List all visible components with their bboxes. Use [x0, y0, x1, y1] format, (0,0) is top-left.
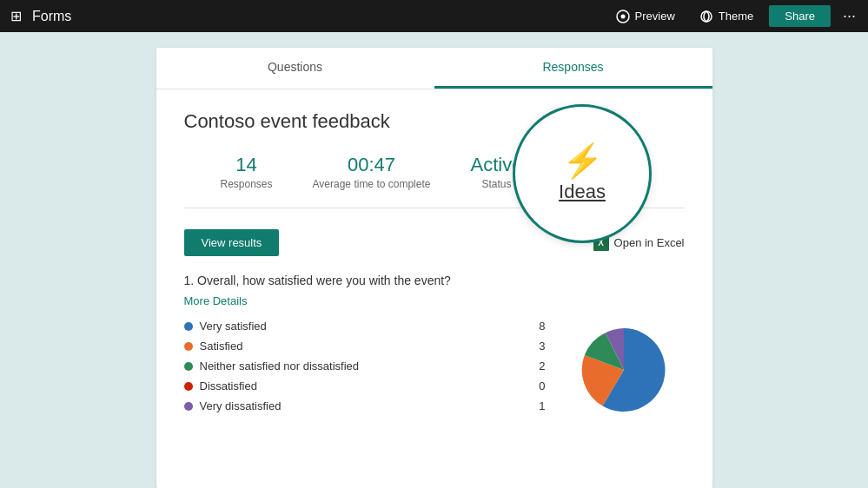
count-very-dissatisfied: 1 [532, 399, 546, 412]
responses-label: Responses [184, 178, 309, 190]
count-satisfied: 3 [532, 340, 546, 353]
grid-icon[interactable]: ⊞ [7, 4, 25, 28]
excel-icon: X [593, 235, 609, 251]
responses-chart: Very satisfied 8 Satisfied 3 [184, 320, 685, 419]
label-very-satisfied: Very satisfied [200, 320, 267, 333]
avg-time-value: 00:47 [309, 154, 434, 176]
form-card: Questions Responses Contoso event feedba… [156, 48, 712, 488]
form-title: Contoso event feedback [184, 110, 685, 133]
tabs: Questions Responses [156, 48, 712, 89]
legend-item-dissatisfied: Dissatisfied 0 [184, 379, 546, 392]
more-button[interactable]: ··· [838, 7, 861, 25]
label-neither: Neither satisfied nor dissatisfied [200, 359, 360, 373]
share-button[interactable]: Share [769, 5, 831, 27]
label-dissatisfied: Dissatisfied [200, 379, 257, 392]
top-navigation: ⊞ Forms Preview Theme Share ··· [0, 0, 868, 32]
svg-point-1 [620, 14, 625, 18]
dot-very-dissatisfied [184, 402, 193, 411]
legend-list: Very satisfied 8 Satisfied 3 [184, 320, 546, 419]
legend-item-very-satisfied: Very satisfied 8 [184, 320, 546, 333]
legend-item-satisfied: Satisfied 3 [184, 340, 546, 353]
legend-item-very-dissatisfied: Very dissatisfied 1 [184, 399, 546, 412]
question-number: 1. [184, 274, 195, 287]
stat-ideas[interactable]: ⚡ Ideas [560, 154, 685, 190]
svg-point-2 [701, 11, 712, 22]
open-excel-label: Open in Excel [614, 236, 685, 249]
responses-value: 14 [184, 154, 309, 176]
avg-time-label: Average time to complete [309, 178, 434, 190]
status-label: Status [434, 178, 560, 190]
dot-dissatisfied [184, 382, 193, 391]
question-title: 1. Overall, how satisfied were you with … [184, 274, 685, 287]
main-container: Questions Responses Contoso event feedba… [0, 32, 868, 488]
question-text: Overall, how satisfied were you with the… [197, 274, 451, 287]
view-results-button[interactable]: View results [184, 229, 280, 256]
count-dissatisfied: 0 [532, 379, 546, 392]
form-content: Contoso event feedback 14 Responses 00:4… [156, 89, 712, 440]
label-satisfied: Satisfied [200, 340, 243, 353]
buttons-row: View results X Open in Excel [184, 229, 685, 256]
dot-neither [184, 362, 193, 371]
count-neither: 2 [532, 359, 546, 373]
question-section: 1. Overall, how satisfied were you with … [184, 274, 685, 419]
tab-questions[interactable]: Questions [156, 48, 434, 89]
more-details-link[interactable]: More Details [184, 294, 248, 307]
count-very-satisfied: 8 [532, 320, 546, 333]
dot-satisfied [184, 342, 193, 351]
stat-status: Active Status [434, 154, 560, 190]
ideas-icon: ⚡ [560, 154, 685, 176]
theme-button[interactable]: Theme [691, 6, 762, 27]
open-excel-button[interactable]: X Open in Excel [593, 235, 685, 251]
theme-label: Theme [719, 10, 753, 23]
app-name: Forms [32, 9, 71, 24]
label-very-dissatisfied: Very dissatisfied [200, 399, 282, 412]
status-value: Active [434, 154, 560, 176]
legend-item-neither: Neither satisfied nor dissatisfied 2 [184, 359, 546, 373]
preview-button[interactable]: Preview [607, 6, 684, 27]
stats-row: 14 Responses 00:47 Average time to compl… [184, 154, 685, 208]
stat-avg-time: 00:47 Average time to complete [309, 154, 434, 190]
stat-responses: 14 Responses [184, 154, 309, 190]
tab-responses[interactable]: Responses [434, 48, 712, 89]
pie-chart [572, 322, 685, 418]
preview-label: Preview [635, 10, 675, 23]
ideas-label: Ideas [560, 178, 685, 190]
dot-very-satisfied [184, 322, 193, 331]
